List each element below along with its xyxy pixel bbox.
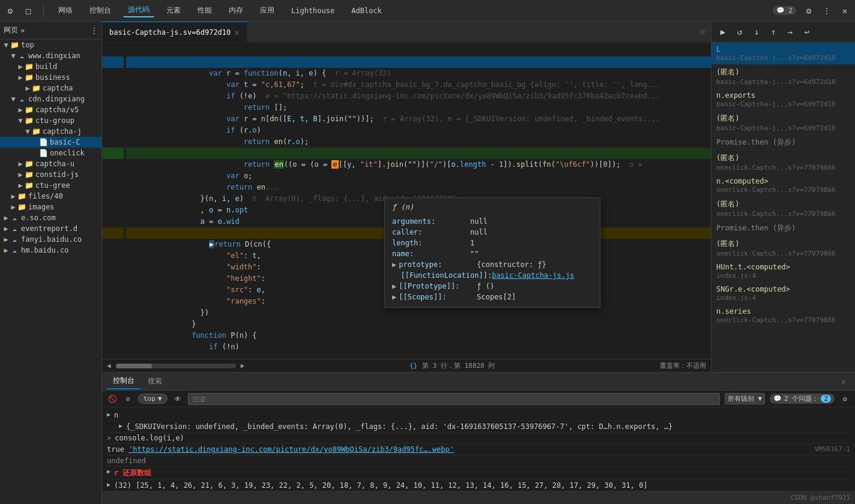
cursor-position: 第 3 行，第 18828 列 (422, 361, 495, 370)
expand-arrow-icon[interactable]: ▶ (392, 260, 396, 269)
tooltip-row-prototype[interactable]: ▶ prototype: {constructor: ƒ} (392, 259, 593, 270)
expand-arrow-icon[interactable]: ▶ (107, 411, 110, 418)
expand-arrow-icon[interactable]: ▶ (107, 481, 110, 488)
call-stack-item-nseries[interactable]: n.series oneclick-Captch...s?v=77079866 (711, 305, 855, 327)
call-item-file: index.js:4 (716, 294, 850, 302)
call-item-name: L (716, 45, 850, 53)
tree-item-build[interactable]: ▶ 📁 build (0, 61, 101, 72)
tree-item-ctu-gree[interactable]: ▶ 📁 ctu-gree (0, 180, 101, 191)
tooltip-row-scopes[interactable]: ▶ [[Scopes]]: Scopes[2] (392, 292, 593, 302)
tooltip-row-proto[interactable]: ▶ [[Prototype]]: ƒ () (392, 281, 593, 292)
call-stack-panel: ▶ ↺ ↓ ↑ → ↩ L basic-Captcha-j...s?v=6d97… (711, 22, 855, 372)
tree-item-fanyi[interactable]: ▶ ☁ fanyi.baidu.co (0, 234, 101, 245)
tab-adblock[interactable]: AdBlock (346, 5, 387, 16)
tree-item-captchav5[interactable]: ▶ 📁 captcha/v5 (0, 104, 101, 115)
step-btn[interactable]: → (784, 25, 797, 38)
console-tab-search[interactable]: 搜索 (142, 374, 168, 389)
tree-item-hm[interactable]: ▶ ☁ hm.baidu.co (0, 245, 101, 256)
call-stack-item-promise1[interactable]: Promise.then (异步) (711, 135, 855, 151)
console-settings-icon[interactable]: ⚙ (839, 394, 850, 404)
tree-item-captcha[interactable]: ▶ 📁 captcha (0, 83, 101, 94)
call-stack-item-anon3[interactable]: (匿名) oneclick-Captch...s?v=77079866 (711, 151, 855, 175)
call-stack-item-hunt[interactable]: HUnt.t.<computed> index.js:4 (711, 260, 855, 283)
top-selector[interactable]: top ▼ (138, 394, 168, 404)
step-over-btn[interactable]: ↺ (733, 25, 746, 38)
expand-arrow-icon[interactable]: ▶ (392, 282, 396, 290)
tab-lighthouse[interactable]: Lighthouse (286, 5, 339, 16)
collapse-icon[interactable]: ⊡ (694, 22, 711, 43)
folder-icon: 📁 (31, 127, 41, 136)
deactivate-btn[interactable]: ↩ (800, 25, 814, 38)
tree-item-dingxian[interactable]: ▼ ☁ www.dingxian (0, 50, 101, 61)
step-into-btn[interactable]: ↓ (750, 25, 763, 38)
debug-toolbar: ▶ ↺ ↓ ↑ → ↩ (711, 22, 855, 43)
tree-item-captcha-j[interactable]: ▼ 📁 captcha-j (0, 126, 101, 137)
expand-arrow-icon[interactable]: ▶ (119, 422, 122, 429)
call-stack-item-sngr[interactable]: SNGr.e.<computed> index.js:4 (711, 283, 855, 305)
tab-network[interactable]: 网络 (53, 4, 77, 17)
tree-arrow: ▶ (10, 192, 17, 200)
tree-item-top[interactable]: ▼ 📁 top (0, 40, 101, 50)
step-out-btn[interactable]: ↑ (767, 25, 780, 38)
eye-icon[interactable]: 👁 (172, 394, 183, 404)
editor-tab-basic-captcha[interactable]: basic-Captcha-js.sv=6d972d10 ✕ (102, 22, 247, 43)
console-close-btn[interactable]: ✕ (837, 375, 850, 388)
call-stack-item-anon4[interactable]: (匿名) oneclick-Captch...s?v=77079866 (711, 197, 855, 221)
tree-label: cdn.dingxiang (28, 95, 85, 103)
tree-item-ctu-group[interactable]: ▼ 📁 ctu-group (0, 115, 101, 126)
console-tab-console[interactable]: 控制台 (107, 373, 140, 389)
tab-console[interactable]: 控制台 (85, 4, 116, 17)
tab-application[interactable]: 应用 (255, 4, 279, 17)
tree-item-business[interactable]: ▶ 📁 business (0, 72, 101, 83)
tooltip-popup: ƒ (n) arguments: null caller: null lengt… (384, 197, 600, 308)
folder-icon: 📁 (24, 62, 34, 71)
tree-item-constid[interactable]: ▶ 📁 constid-js (0, 169, 101, 180)
expand-arrow-icon[interactable]: ▶ (392, 293, 396, 301)
tree-item-cdn[interactable]: ▼ ☁ cdn.dingxiang (0, 94, 101, 104)
resume-btn[interactable]: ▶ (716, 25, 730, 38)
tab-elements[interactable]: 元素 (162, 4, 186, 17)
tab-performance[interactable]: 性能 (193, 4, 217, 17)
tab-sources[interactable]: 源代码 (123, 4, 154, 17)
expand-arrow-icon[interactable]: ▶ (107, 468, 110, 475)
tree-item-oneclick[interactable]: 📄 oneclick (0, 148, 101, 158)
call-stack-item-anon2[interactable]: (匿名) basic-Captcha-j...s?v=6d972d10 (711, 111, 855, 135)
settings-icon[interactable]: ⚙ (803, 5, 814, 16)
issues-count[interactable]: 💬 2 (773, 6, 796, 15)
function-location-link[interactable]: basic-Captcha-js.js (492, 271, 574, 280)
console-filter-input[interactable] (188, 393, 720, 405)
call-stack-item-ncomputed[interactable]: n.<computed> oneclick-Captch...s?v=77079… (711, 175, 855, 197)
dock-icon[interactable]: □ (23, 5, 34, 16)
scroll-right-icon[interactable]: ▶ (241, 362, 245, 370)
more-icon[interactable]: ⋮ (821, 5, 832, 16)
call-stack-item-L[interactable]: L basic-Captcha-j...s?v=6d972d10 (711, 43, 855, 65)
close-icon[interactable]: ✕ (839, 5, 850, 16)
call-stack-item-anon5[interactable]: (匿名) oneclick-Captch...s?v=77079866 (711, 236, 855, 260)
tree-label: captcha/v5 (35, 106, 79, 114)
tree-item-eventreport[interactable]: ▶ ☁ eventreport.d (0, 223, 101, 234)
tree-arrow: ▶ (17, 62, 24, 71)
code-area[interactable]: function L(n, i, e, t) { n = {_SDKUIVers… (126, 43, 711, 359)
scroll-left-icon[interactable]: ◀ (107, 362, 111, 370)
tree-label: eventreport.d (21, 224, 77, 233)
call-stack-item-anon1[interactable]: (匿名) basic-Captcha-j...s?v=6d972d10 (711, 65, 855, 89)
sidebar-expand-icon[interactable]: » (20, 26, 25, 35)
pause-icon[interactable]: ⊘ (122, 394, 133, 404)
tab-close-icon[interactable]: ✕ (234, 28, 239, 37)
tab-memory[interactable]: 内存 (224, 4, 248, 17)
tree-item-captcha-u[interactable]: ▶ 📁 captcha-u (0, 158, 101, 169)
clear-console-icon[interactable]: 🚫 (107, 394, 118, 404)
console-link[interactable]: 'https://static.dingxiang-inc.com/pictur… (128, 445, 454, 454)
console-line-heading: ▶ r 还原数组 (107, 467, 850, 480)
call-stack-item-nexports[interactable]: n.exports basic-Captcha-j...s?v=6d972d10 (711, 89, 855, 111)
call-stack-item-promise2[interactable]: Promise.then (异步) (711, 221, 855, 236)
sidebar-more-icon[interactable]: ⋮ (91, 26, 98, 35)
level-select[interactable]: 所有级别 ▼ (725, 393, 765, 404)
tree-item-eso[interactable]: ▶ ☁ e.so.com (0, 212, 101, 223)
tree-item-images[interactable]: ▶ 📁 images (0, 202, 101, 212)
issues-badge[interactable]: 💬 2 个问题： 2 (770, 394, 835, 404)
call-item-name: n.<computed> (716, 177, 850, 185)
tree-item-basic-c[interactable]: 📄 basic-C (0, 137, 101, 148)
tree-item-files40[interactable]: ▶ 📁 files/40 (0, 191, 101, 202)
tree-arrow: ▶ (2, 235, 10, 244)
